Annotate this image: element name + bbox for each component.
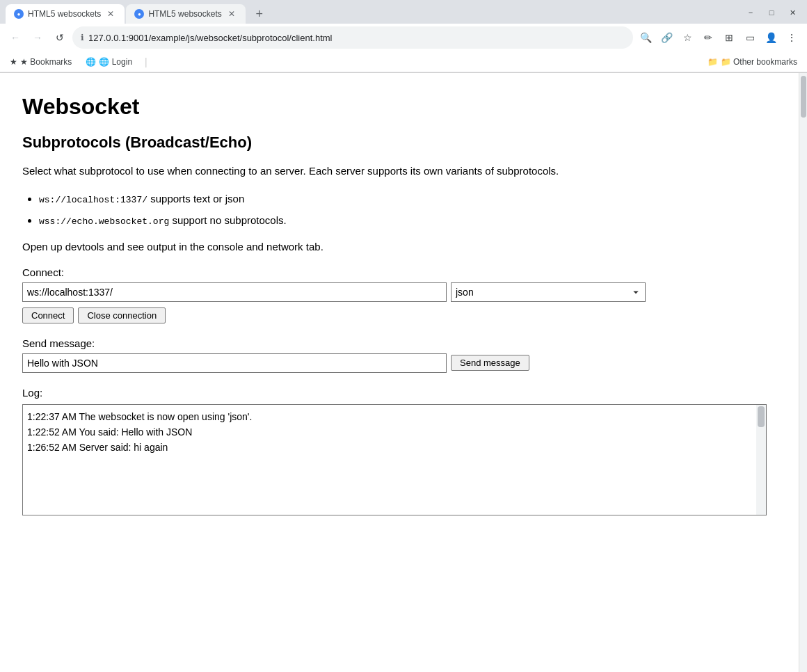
star-icon[interactable]: ☆ [678, 28, 697, 47]
log-section: Log: 1:22:37 AM The websocket is now ope… [22, 387, 776, 515]
login-label: 🌐 Login [99, 57, 132, 67]
close-button[interactable]: ✕ [783, 6, 801, 19]
browser-frame: ● HTML5 websockets ✕ ● HTML5 websockets … [0, 0, 807, 73]
minimize-button[interactable]: − [742, 6, 760, 19]
tab-2-title: HTML5 websockets [148, 9, 221, 19]
other-bookmarks-label: 📁 Other bookmarks [721, 57, 797, 67]
toolbar-actions: 🔍 🔗 ☆ ✏ ⊞ ▭ 👤 ⋮ [636, 28, 801, 47]
puzzle-icon[interactable]: ⊞ [719, 28, 739, 47]
browser-content: Websocket Subprotocols (Broadcast/Echo) … [0, 73, 807, 672]
message-row: Send message [22, 353, 776, 373]
log-box: 1:22:37 AM The websocket is now open usi… [22, 404, 767, 515]
tab-2-favicon: ● [134, 9, 144, 19]
connect-button[interactable]: Connect [22, 307, 74, 323]
send-message-section: Send message: Send message [22, 337, 776, 373]
bullet-list: ws://localhost:1337/ supports text or js… [39, 191, 776, 230]
log-label: Log: [22, 387, 776, 399]
login-button[interactable]: 🌐 🌐 Login [81, 56, 136, 68]
log-entry: 1:22:52 AM You said: Hello with JSON [27, 424, 762, 440]
tab-1[interactable]: ● HTML5 websockets ✕ [6, 4, 125, 24]
other-bookmarks-button[interactable]: 📁 📁 Other bookmarks [703, 56, 801, 68]
account-icon[interactable]: 👤 [761, 28, 781, 47]
bookmark-separator: | [145, 56, 147, 67]
new-tab-button[interactable]: + [250, 4, 269, 24]
share-icon[interactable]: 🔗 [657, 28, 676, 47]
log-entry: 1:26:52 AM Server said: hi again [27, 440, 762, 455]
connect-label: Connect: [22, 266, 776, 278]
reload-button[interactable]: ↺ [50, 28, 70, 47]
nav-bar: ← → ↺ ℹ 127.0.0.1:9001/example/js/websoc… [0, 24, 807, 51]
menu-icon[interactable]: ⋮ [782, 28, 801, 47]
description-text: Select what subprotocol to use when conn… [22, 163, 776, 179]
address-bar[interactable]: ℹ 127.0.0.1:9001/example/js/websocket/su… [72, 26, 633, 49]
send-label: Send message: [22, 337, 776, 349]
cast-icon[interactable]: ▭ [740, 28, 760, 47]
page-subtitle: Subprotocols (Broadcast/Echo) [22, 134, 776, 152]
bookmarks-button[interactable]: ★ ★ Bookmarks [6, 56, 76, 68]
lock-icon: ℹ [81, 33, 84, 42]
pen-icon[interactable]: ✏ [698, 28, 718, 47]
devtools-note: Open up devtools and see output in the c… [22, 241, 776, 253]
log-scroll-thumb [758, 406, 765, 427]
close-connection-button[interactable]: Close connection [78, 307, 166, 323]
login-globe-icon: 🌐 [86, 57, 96, 67]
forward-button[interactable]: → [28, 28, 47, 47]
window-controls: − □ ✕ [742, 6, 801, 22]
connect-section: Connect: json text none Connect Close co… [22, 266, 776, 323]
url-text: 127.0.0.1:9001/example/js/websocket/subp… [88, 33, 625, 43]
send-message-button[interactable]: Send message [451, 355, 529, 371]
list-item-1: ws://localhost:1337/ supports text or js… [39, 191, 776, 208]
page-scrollbar[interactable] [799, 73, 807, 672]
connect-url-input[interactable] [22, 282, 447, 302]
log-entry: 1:22:37 AM The websocket is now open usi… [27, 409, 762, 424]
log-content: 1:22:37 AM The websocket is now open usi… [27, 409, 762, 456]
maximize-button[interactable]: □ [762, 6, 781, 19]
tab-2-close[interactable]: ✕ [226, 8, 237, 19]
page-title: Websocket [22, 94, 776, 120]
message-input[interactable] [22, 353, 447, 373]
tab-2[interactable]: ● HTML5 websockets ✕ [126, 4, 245, 24]
bookmarks-star-icon: ★ [10, 57, 17, 67]
tab-1-close[interactable]: ✕ [105, 8, 116, 19]
tab-1-title: HTML5 websockets [28, 9, 101, 19]
protocol-select[interactable]: json text none [451, 282, 646, 302]
list-item-2: wss://echo.websocket.org support no subp… [39, 212, 776, 230]
bookmarks-bar: ★ ★ Bookmarks 🌐 🌐 Login | 📁 📁 Other book… [0, 51, 807, 72]
page-scroll-thumb [801, 76, 806, 118]
back-button[interactable]: ← [6, 28, 25, 47]
bookmarks-label: ★ Bookmarks [20, 57, 72, 67]
zoom-icon[interactable]: 🔍 [636, 28, 655, 47]
folder-icon: 📁 [708, 57, 718, 67]
log-scrollbar[interactable] [756, 405, 766, 515]
page-content: Websocket Subprotocols (Broadcast/Echo) … [0, 73, 799, 672]
connect-button-row: Connect Close connection [22, 307, 776, 323]
tab-1-favicon: ● [14, 9, 24, 19]
connect-row: json text none [22, 282, 776, 302]
tab-bar: ● HTML5 websockets ✕ ● HTML5 websockets … [0, 0, 807, 24]
